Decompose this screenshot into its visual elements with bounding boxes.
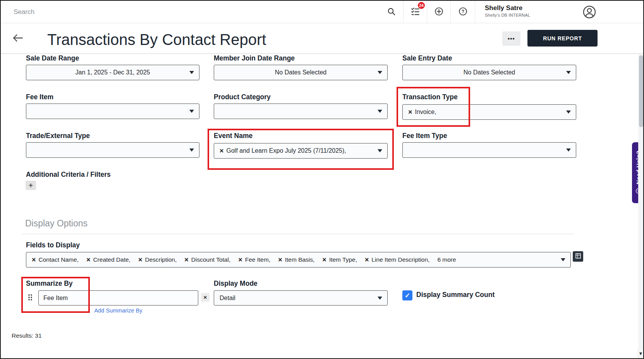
column-layout-button[interactable] bbox=[573, 251, 583, 262]
remove-summarize-button[interactable]: × bbox=[201, 293, 210, 302]
page-header: Transactions By Contact Report ••• RUN R… bbox=[1, 23, 643, 54]
add-button[interactable] bbox=[427, 1, 450, 23]
tasks-button[interactable]: 24 bbox=[404, 1, 427, 23]
search-button[interactable] bbox=[380, 1, 403, 23]
plus-circle-icon bbox=[434, 7, 444, 17]
field-chip: Item Basis, bbox=[285, 256, 315, 263]
topbar-divider bbox=[475, 1, 475, 23]
remove-chip-icon[interactable]: × bbox=[408, 109, 412, 116]
display-mode-select[interactable]: Detail bbox=[214, 290, 388, 305]
add-summarize-by-link[interactable]: Add Summarize By bbox=[38, 307, 198, 314]
remove-chip-icon[interactable]: × bbox=[86, 256, 91, 263]
results-count: Results: 31 bbox=[12, 332, 42, 339]
add-filter-button[interactable]: + bbox=[26, 181, 36, 190]
back-arrow-icon bbox=[12, 38, 23, 44]
top-bar: 24 ? Shelly Satre Shelly's DB INTERNAL bbox=[1, 1, 643, 23]
sale-date-range-select[interactable]: Jan 1, 2025 - Dec 31, 2025 bbox=[26, 65, 199, 80]
chevron-down-icon bbox=[378, 297, 382, 300]
remove-chip-icon[interactable]: × bbox=[32, 256, 36, 263]
fee-item-type-label: Fee Item Type bbox=[402, 132, 447, 140]
trade-external-type-label: Trade/External Type bbox=[26, 132, 90, 140]
svg-text:?: ? bbox=[461, 9, 464, 14]
fee-item-label: Fee Item bbox=[26, 93, 53, 101]
avatar[interactable] bbox=[582, 5, 596, 20]
chevron-down-icon bbox=[561, 258, 565, 261]
field-chip: Discount Total, bbox=[191, 256, 230, 263]
member-join-date-range-select[interactable]: No Dates Selected bbox=[214, 65, 388, 80]
remove-chip-icon[interactable]: × bbox=[184, 256, 189, 263]
scrollbar-thumb[interactable] bbox=[639, 55, 643, 127]
member-join-date-range-value: No Dates Selected bbox=[275, 69, 326, 76]
chevron-down-icon bbox=[378, 110, 382, 113]
display-summary-count-checkbox[interactable]: ✓ bbox=[402, 290, 412, 300]
summarize-by-input[interactable] bbox=[38, 290, 198, 305]
member-join-date-range-label: Member Join Date Range bbox=[214, 54, 295, 62]
chevron-down-icon bbox=[189, 71, 194, 74]
back-button[interactable] bbox=[12, 33, 23, 44]
search-icon bbox=[387, 7, 396, 17]
scrollbar-down-button[interactable]: ▼ bbox=[637, 349, 644, 359]
fee-item-select[interactable] bbox=[26, 104, 199, 119]
checkmark-icon: ✓ bbox=[405, 292, 410, 300]
sale-entry-date-label: Sale Entry Date bbox=[402, 54, 452, 62]
run-report-button[interactable]: RUN REPORT bbox=[527, 30, 598, 47]
sale-entry-date-select[interactable]: No Dates Selected bbox=[402, 65, 576, 80]
event-name-select[interactable]: × Golf and Learn Expo July 2025 (7/11/20… bbox=[214, 143, 388, 159]
question-circle-icon: ? bbox=[458, 7, 468, 17]
sale-date-range-label: Sale Date Range bbox=[26, 54, 79, 62]
app-window: 24 ? Shelly Satre Shelly's DB INTERNAL bbox=[0, 0, 644, 359]
checklist-icon bbox=[410, 7, 420, 17]
fields-more-count: 6 more bbox=[437, 256, 456, 263]
field-chip: Contact Name, bbox=[39, 256, 79, 263]
chevron-down-icon bbox=[378, 149, 382, 152]
chevron-down-icon bbox=[189, 110, 194, 113]
notification-badge: 24 bbox=[418, 2, 425, 9]
user-block[interactable]: Shelly Satre Shelly's DB INTERNAL bbox=[485, 4, 578, 17]
drag-handle-icon[interactable] bbox=[28, 294, 33, 301]
fields-to-display-label: Fields to Display bbox=[26, 241, 80, 249]
chevron-down-icon bbox=[566, 148, 571, 152]
field-chip: Created Date, bbox=[93, 256, 131, 263]
product-category-label: Product Category bbox=[214, 93, 271, 101]
event-name-label: Event Name bbox=[214, 132, 252, 140]
user-name: Shelly Satre bbox=[485, 4, 578, 12]
product-category-select[interactable] bbox=[214, 104, 388, 119]
display-mode-label: Display Mode bbox=[214, 280, 258, 288]
help-button[interactable]: ? bbox=[451, 1, 475, 23]
event-name-value: Golf and Learn Expo July 2025 (7/11/2025… bbox=[227, 147, 346, 154]
sale-date-range-value: Jan 1, 2025 - Dec 31, 2025 bbox=[75, 69, 150, 76]
fee-item-type-select[interactable] bbox=[402, 142, 576, 158]
display-options-heading: Display Options bbox=[25, 218, 88, 229]
remove-chip-icon[interactable]: × bbox=[220, 147, 224, 154]
table-grid-icon bbox=[575, 253, 581, 260]
remove-chip-icon[interactable]: × bbox=[365, 256, 369, 263]
sale-entry-date-value: No Dates Selected bbox=[464, 69, 515, 76]
remove-chip-icon[interactable]: × bbox=[278, 256, 282, 263]
trade-external-type-select[interactable] bbox=[26, 142, 199, 158]
transaction-type-select[interactable]: × Invoice, bbox=[402, 104, 576, 120]
remove-chip-icon[interactable]: × bbox=[138, 256, 143, 263]
section-divider bbox=[22, 234, 574, 234]
chevron-down-icon bbox=[189, 148, 194, 152]
fields-to-display-select[interactable]: ×Contact Name, ×Created Date, ×Descripti… bbox=[26, 252, 571, 268]
transaction-type-label: Transaction Type bbox=[402, 93, 458, 101]
user-avatar-icon bbox=[582, 14, 596, 20]
more-options-button[interactable]: ••• bbox=[502, 31, 520, 46]
display-mode-value: Detail bbox=[220, 295, 235, 302]
additional-criteria-label: Additional Criteria / Filters bbox=[26, 171, 111, 179]
field-chip: Item Type, bbox=[329, 256, 357, 263]
display-summary-count-label: Display Summary Count bbox=[416, 291, 495, 299]
summarize-by-label: Summarize By bbox=[26, 280, 73, 288]
field-chip: Line Item Description, bbox=[371, 256, 429, 263]
field-chip: Description, bbox=[145, 256, 177, 263]
remove-chip-icon[interactable]: × bbox=[322, 256, 326, 263]
user-organization: Shelly's DB INTERNAL bbox=[485, 13, 578, 17]
field-chip: Fee Item, bbox=[245, 256, 270, 263]
transaction-type-value: Invoice, bbox=[415, 109, 436, 116]
chevron-down-icon bbox=[566, 71, 571, 74]
chevron-down-icon bbox=[378, 71, 382, 74]
search-input[interactable] bbox=[14, 1, 176, 23]
remove-chip-icon[interactable]: × bbox=[238, 256, 242, 263]
chevron-down-icon bbox=[566, 110, 571, 114]
page-title: Transactions By Contact Report bbox=[47, 31, 266, 48]
